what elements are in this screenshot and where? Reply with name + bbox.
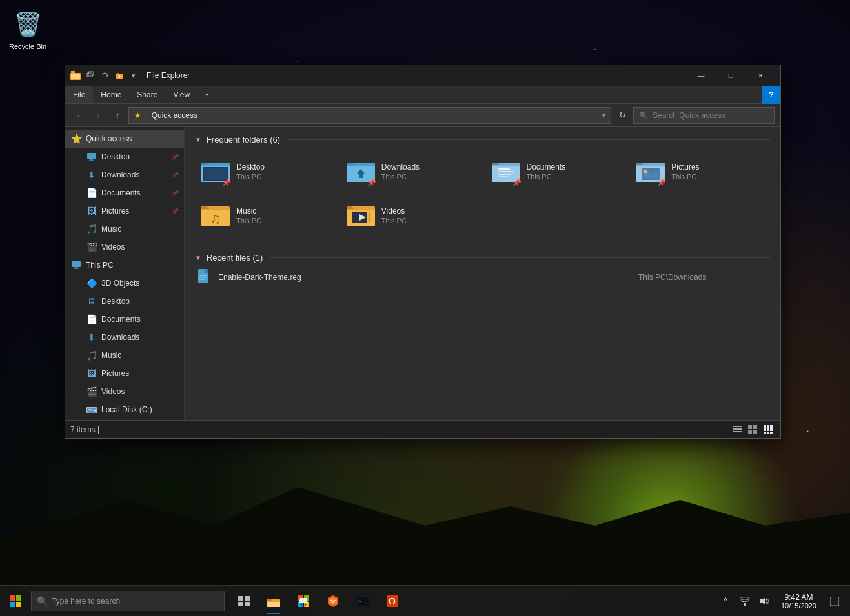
downloads-pc-icon: ⬇ bbox=[86, 332, 97, 343]
maximize-button[interactable]: □ bbox=[716, 65, 745, 86]
sidebar-item-this-pc[interactable]: This PC bbox=[65, 256, 184, 274]
sidebar-documents-label: Documents bbox=[101, 188, 141, 197]
svg-rect-65 bbox=[764, 428, 766, 431]
taskbar-brave[interactable] bbox=[319, 587, 347, 615]
sidebar-item-3dobjects[interactable]: 🔷 3D Objects bbox=[81, 274, 184, 292]
section-divider-2 bbox=[270, 257, 770, 258]
folder-pictures[interactable]: 📌 Pictures This PC bbox=[630, 152, 770, 191]
3dobjects-icon: 🔷 bbox=[86, 278, 97, 288]
qat-new-folder-btn[interactable] bbox=[113, 69, 126, 82]
folder-downloads[interactable]: 📌 Downloads This PC bbox=[340, 152, 480, 191]
minimize-button[interactable]: — bbox=[686, 65, 716, 86]
desktop-icon bbox=[86, 153, 97, 161]
svg-rect-11 bbox=[72, 261, 81, 267]
sidebar-item-desktop-pc[interactable]: 🖥 Desktop bbox=[81, 292, 184, 310]
systray-show-hidden[interactable]: ^ bbox=[716, 588, 734, 614]
svg-point-16 bbox=[94, 409, 96, 411]
frequent-folders-header[interactable]: ▼ Frequent folders (6) bbox=[185, 127, 780, 150]
forward-button[interactable]: › bbox=[90, 107, 106, 124]
svg-rect-35 bbox=[498, 174, 511, 175]
folder-desktop-name: Desktop bbox=[236, 163, 265, 172]
status-count: 7 items bbox=[70, 425, 96, 434]
taskbar-office[interactable]: O bbox=[378, 587, 407, 615]
svg-text:>_: >_ bbox=[358, 599, 365, 604]
help-button[interactable]: ? bbox=[762, 86, 780, 104]
sidebar-item-videos-pc[interactable]: 🎬 Videos bbox=[81, 383, 184, 401]
sidebar-item-pictures-quick[interactable]: 🖼 Pictures 📌 bbox=[81, 202, 184, 220]
address-bar: ‹ › ↑ ★ › Quick access ▾ ↻ 🔍 Search Quic… bbox=[65, 104, 780, 127]
start-button[interactable] bbox=[0, 586, 31, 617]
sidebar-item-videos-quick[interactable]: 🎬 Videos bbox=[81, 238, 184, 256]
menu-file[interactable]: File bbox=[65, 86, 93, 103]
taskbar-terminal[interactable]: >_ bbox=[349, 587, 377, 615]
search-box[interactable]: 🔍 Search Quick access bbox=[633, 107, 775, 124]
svg-rect-76 bbox=[245, 596, 250, 601]
taskbar-store[interactable] bbox=[289, 587, 318, 615]
list-view-btn[interactable] bbox=[745, 422, 760, 437]
folder-pictures-name: Pictures bbox=[671, 163, 699, 172]
close-button[interactable]: ✕ bbox=[745, 65, 775, 86]
menu-share[interactable]: Share bbox=[129, 86, 165, 103]
recent-file-icon-0 bbox=[197, 269, 212, 286]
search-placeholder: Search Quick access bbox=[653, 111, 725, 120]
up-button[interactable]: ↑ bbox=[109, 107, 126, 124]
sidebar-item-quick-access[interactable]: ⭐ Quick access bbox=[65, 130, 184, 148]
sidebar-item-documents-quick[interactable]: 📄 Documents 📌 bbox=[81, 184, 184, 202]
this-pc-icon bbox=[70, 261, 82, 269]
large-icons-view-btn[interactable] bbox=[761, 422, 775, 437]
folder-music[interactable]: ♫ Music This PC bbox=[195, 196, 335, 235]
taskbar-file-explorer[interactable] bbox=[259, 587, 288, 615]
recent-files-chevron: ▼ bbox=[195, 254, 201, 261]
folder-desktop[interactable]: 📌 Desktop This PC bbox=[195, 152, 335, 191]
sidebar-music-label: Music bbox=[101, 224, 121, 233]
clock-time: 9:42 AM bbox=[784, 593, 813, 602]
menu-view[interactable]: View bbox=[165, 86, 197, 103]
sidebar-item-downloads-pc[interactable]: ⬇ Downloads bbox=[81, 328, 184, 346]
systray-volume[interactable] bbox=[755, 588, 773, 614]
sidebar-item-local-disk[interactable]: Local Disk (C:) bbox=[81, 401, 184, 419]
main-area: ⭐ Quick access Desktop 📌 bbox=[65, 127, 780, 420]
taskbar-task-view[interactable] bbox=[230, 587, 258, 615]
sidebar-item-music-pc[interactable]: 🎵 Music bbox=[81, 346, 184, 364]
folder-documents[interactable]: 📌 Documents This PC bbox=[485, 152, 625, 191]
sidebar-item-downloads-quick[interactable]: ⬇ Downloads 📌 bbox=[81, 166, 184, 184]
taskbar-clock[interactable]: 9:42 AM 10/15/2020 bbox=[776, 593, 822, 610]
qat-dropdown-btn[interactable]: ▾ bbox=[127, 69, 140, 82]
taskbar: 🔍 Type here to search bbox=[0, 585, 850, 616]
address-dropdown-icon: ▾ bbox=[602, 112, 605, 119]
back-button[interactable]: ‹ bbox=[70, 107, 87, 124]
svg-rect-78 bbox=[245, 602, 250, 606]
sidebar-item-music-quick[interactable]: 🎵 Music bbox=[81, 220, 184, 238]
sidebar-downloads-pc-label: Downloads bbox=[101, 333, 139, 342]
svg-point-40 bbox=[644, 170, 647, 174]
qat-properties-btn[interactable] bbox=[85, 69, 97, 82]
recent-file-item-0[interactable]: Enable-Dark-Theme.reg This PC\Downloads bbox=[195, 268, 770, 287]
systray-network[interactable] bbox=[736, 588, 754, 614]
svg-rect-72 bbox=[16, 595, 21, 601]
recent-files-header[interactable]: ▼ Recent files (1) bbox=[185, 245, 780, 268]
taskbar-search-box[interactable]: 🔍 Type here to search bbox=[31, 591, 225, 611]
sidebar-item-pictures-pc[interactable]: 🖼 Pictures bbox=[81, 364, 184, 383]
svg-rect-67 bbox=[770, 428, 773, 431]
svg-rect-77 bbox=[238, 602, 243, 606]
action-center-button[interactable] bbox=[824, 586, 845, 617]
title-bar: ▾ File Explorer — □ ✕ bbox=[65, 65, 780, 86]
svg-rect-2 bbox=[71, 74, 80, 79]
svg-rect-36 bbox=[498, 176, 509, 177]
sidebar-item-desktop-quick[interactable]: Desktop 📌 bbox=[81, 148, 184, 166]
svg-rect-49 bbox=[369, 218, 370, 222]
recycle-bin-icon[interactable]: 🗑️ Recycle Bin bbox=[6, 6, 49, 53]
qat-undo-btn[interactable] bbox=[99, 69, 112, 82]
refresh-button[interactable]: ↻ bbox=[614, 107, 631, 124]
svg-rect-13 bbox=[74, 268, 79, 269]
address-box[interactable]: ★ › Quick access ▾ bbox=[128, 107, 611, 124]
folder-videos-icon-wrap bbox=[347, 201, 375, 230]
folder-videos[interactable]: Videos This PC bbox=[340, 196, 480, 235]
details-view-btn[interactable] bbox=[730, 422, 744, 437]
ribbon-collapse-btn[interactable]: ▾ bbox=[197, 86, 216, 104]
menu-home[interactable]: Home bbox=[93, 86, 129, 103]
sidebar-desktop-pc-label: Desktop bbox=[101, 297, 130, 306]
sidebar-item-documents-pc[interactable]: 📄 Documents bbox=[81, 310, 184, 328]
svg-rect-96 bbox=[830, 597, 839, 606]
folder-downloads-icon-wrap: 📌 bbox=[347, 157, 375, 186]
